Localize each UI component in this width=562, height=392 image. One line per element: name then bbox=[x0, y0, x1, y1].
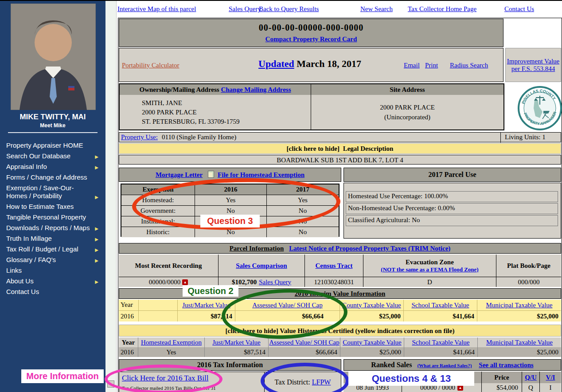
nav-link-tax-collector[interactable]: Tax Collector Home Page bbox=[408, 5, 476, 13]
sales-comparison-link[interactable]: Sales Comparison bbox=[236, 262, 287, 270]
improvement-value-link[interactable]: Improvement Value per F.S. 553.844 bbox=[506, 58, 561, 73]
updated-link[interactable]: Updated bbox=[258, 58, 294, 69]
parcel-info-title: Parcel Information bbox=[230, 245, 284, 252]
non-homestead-use-pct: Non-Homestead Use Percentage: 0.00% bbox=[346, 203, 558, 214]
compact-record-card-link[interactable]: Compact Property Record Card bbox=[265, 35, 357, 43]
email-link[interactable]: Email bbox=[404, 62, 420, 69]
parcel-use-box: Homestead Use Percentage: 100.00% Non-Ho… bbox=[343, 183, 561, 239]
chevron-right-icon: ▶ bbox=[95, 235, 98, 243]
chevron-right-icon: ▶ bbox=[95, 193, 98, 201]
census-tract-link[interactable]: Census Tract bbox=[315, 262, 352, 270]
county-property-appraiser-seal-icon: PINELLAS COUNTY PROPERTY APPRAISER bbox=[518, 86, 562, 130]
ownership-header: Ownership/Mailing Address Change Mailing… bbox=[120, 84, 311, 95]
see-all-transactions-link[interactable]: See all transactions bbox=[479, 361, 533, 368]
sidebar-item-search-database[interactable]: Search Our Database▶ bbox=[0, 151, 105, 161]
living-units: Living Units: 1 bbox=[505, 133, 546, 141]
tax-info-body: Click Here for 2016 Tax Bill Tax Collect… bbox=[119, 372, 341, 392]
tax-collector-note: Tax Collector mailed 2016 Tax Bills Octo… bbox=[122, 385, 216, 391]
ranked-sales-bar: Ranked Sales (What are Ranked Sales?) Se… bbox=[343, 359, 561, 371]
updated-row: Portability Calculator Updated March 18,… bbox=[119, 48, 503, 82]
just-market-value-link[interactable]: Just/Market Value bbox=[182, 302, 230, 309]
frame-gutter-scrollbar[interactable] bbox=[105, 1, 117, 392]
municipal-taxable-link[interactable]: Municipal Taxable Value bbox=[486, 302, 552, 309]
qu-link[interactable]: Q/U bbox=[525, 374, 537, 381]
sidebar-item-tax-roll[interactable]: Tax Roll / Budget / Legal▶ bbox=[0, 244, 105, 255]
questions-4-13-label: Questions 4 & 13 bbox=[348, 372, 474, 386]
pdf-icon[interactable]: ▲ bbox=[182, 279, 188, 285]
exemption-table: Exemption 2016 2017 Homestead: Yes Yes G… bbox=[121, 184, 340, 237]
sidebar-item-appraisal-info[interactable]: Appraisal Info▶ bbox=[0, 161, 105, 172]
fema-flood-zone-link[interactable]: (NOT the same as a FEMA Flood Zone) bbox=[381, 266, 478, 273]
hist-county-link[interactable]: County Taxable Value bbox=[343, 339, 402, 346]
nav-link-back-to-results[interactable]: Back to Query Results bbox=[259, 5, 319, 13]
sidebar-item-about-us[interactable]: About Us▶ bbox=[0, 276, 105, 286]
print-link[interactable]: Print bbox=[425, 62, 438, 69]
history-banner[interactable]: [click here to hide] Value History as Ce… bbox=[119, 325, 561, 337]
sidebar-item-home[interactable]: Property Appraiser HOME bbox=[0, 140, 105, 151]
hist-assessed-link[interactable]: Assessed Value/ SOH Cap bbox=[269, 339, 339, 346]
interim-headers: Year Just/Market Value Assessed Value/ S… bbox=[119, 300, 561, 310]
sidebar-menu: Property Appraiser HOME Search Our Datab… bbox=[0, 140, 105, 297]
county-taxable-link[interactable]: County Taxable Value bbox=[342, 302, 401, 309]
question-3-label: Question 3 bbox=[200, 215, 260, 227]
hist-school-link[interactable]: School Taxable Value bbox=[412, 339, 469, 346]
parcel-header: 00-00-00-00000-000-0000 Compact Property… bbox=[119, 19, 503, 47]
what-are-ranked-sales-link[interactable]: (What are Ranked Sales?) bbox=[417, 363, 472, 368]
frame-resize-handle[interactable] bbox=[107, 380, 114, 388]
ranked-sales-title: Ranked Sales bbox=[371, 361, 412, 368]
exemption-links-bar: Mortgage Letter File for Homestead Exemp… bbox=[119, 168, 341, 182]
homestead-exemption-link[interactable]: Homestead Exemption bbox=[141, 339, 202, 346]
nav-link-sales-query[interactable]: Sales Query bbox=[229, 5, 261, 13]
homestead-use-pct: Homestead Use Percentage: 100.00% bbox=[346, 191, 558, 202]
property-use-link[interactable]: Property Use: bbox=[121, 133, 158, 141]
tax-district-link[interactable]: LFPW bbox=[312, 378, 331, 386]
chevron-right-icon: ▶ bbox=[95, 278, 98, 286]
exemption-row-historic: Historic: No No bbox=[121, 227, 339, 237]
sales-query-link[interactable]: Sales Query bbox=[259, 278, 291, 286]
sidebar-item-estimate-taxes[interactable]: How to Estimate Taxes bbox=[0, 201, 105, 212]
site-address: 2000 PARK PLACE (Unincorporated) bbox=[311, 95, 503, 129]
appraiser-name: MIKE TWITTY, MAI bbox=[0, 113, 105, 122]
chevron-right-icon: ▶ bbox=[95, 257, 98, 265]
vi-link[interactable]: V/I bbox=[546, 374, 555, 381]
improvement-value-cell: Improvement Value per F.S. 553.844 bbox=[505, 48, 561, 82]
document-icon bbox=[208, 171, 214, 178]
chevron-right-icon: ▶ bbox=[95, 225, 98, 233]
chevron-right-icon: ▶ bbox=[95, 153, 98, 161]
change-mailing-address-link[interactable]: Change Mailing Address bbox=[221, 86, 291, 94]
nav-link-new-search[interactable]: New Search bbox=[360, 5, 393, 13]
interim-title: 2016 Interim Value Information bbox=[295, 290, 386, 297]
meet-mike-link[interactable]: Meet Mike bbox=[0, 122, 105, 129]
sidebar-item-downloads[interactable]: Downloads / Reports / Maps▶ bbox=[0, 223, 105, 233]
portability-calculator-link[interactable]: Portability Calculator bbox=[122, 62, 180, 69]
assessed-value-link[interactable]: Assessed Value/ SOH Cap bbox=[252, 302, 322, 309]
history-row: 2016 Yes $87,514 $66,664 $25,000 $41,664… bbox=[119, 347, 561, 357]
hist-municipal-link[interactable]: Municipal Taxable Value bbox=[486, 339, 553, 346]
tax-district: Tax District: LFPW bbox=[265, 378, 341, 386]
parcel-info-headers: Most Recent Recording Sales Comparison C… bbox=[119, 255, 561, 277]
interim-row: 2016 $87,514 $66,664 $25,000 $41,664 $25… bbox=[119, 310, 561, 321]
sidebar-item-tangible-property[interactable]: Tangible Personal Property bbox=[0, 212, 105, 223]
tax-bill-link[interactable]: Click Here for 2016 Tax Bill bbox=[122, 374, 208, 383]
mortgage-letter-link[interactable]: Mortgage Letter bbox=[156, 171, 203, 178]
sidebar-item-contact-us[interactable]: Contact Us bbox=[0, 286, 105, 297]
tax-info-title: 2016 Tax Information bbox=[119, 359, 341, 371]
hist-just-market-link[interactable]: Just/Market Value bbox=[212, 339, 260, 346]
trim-notice-link[interactable]: Latest Notice of Proposed Property Taxes… bbox=[289, 245, 450, 252]
sidebar-item-glossary[interactable]: Glossary / FAQ's▶ bbox=[0, 255, 105, 265]
property-use-value: 0110 (Single Family Home) bbox=[162, 133, 236, 141]
legal-description-banner[interactable]: [click here to hide] Legal Description bbox=[119, 143, 561, 154]
sidebar-item-exemption[interactable]: Exemption / Save-Our-Homes / Portability… bbox=[0, 183, 105, 201]
sidebar-item-forms[interactable]: Forms / Change of Address bbox=[0, 172, 105, 183]
school-taxable-link[interactable]: School Taxable Value bbox=[411, 302, 469, 309]
legal-toggle[interactable]: [click here to hide] bbox=[287, 145, 340, 152]
nav-link-contact-us[interactable]: Contact Us bbox=[504, 5, 534, 13]
parcel-use-title: 2017 Parcel Use bbox=[343, 168, 561, 182]
parcel-id: 00-00-00-00000-000-0000 bbox=[119, 23, 503, 33]
sidebar-item-truth-in-millage[interactable]: Truth In Millage▶ bbox=[0, 233, 105, 244]
nav-link-interactive-map[interactable]: Interactive Map of this parcel bbox=[117, 5, 196, 13]
radius-search-link[interactable]: Radius Search bbox=[450, 62, 488, 69]
appraiser-photo bbox=[11, 4, 96, 110]
file-homestead-link[interactable]: File for Homestead Exemption bbox=[218, 171, 304, 178]
sidebar-item-links[interactable]: Links bbox=[0, 265, 105, 276]
